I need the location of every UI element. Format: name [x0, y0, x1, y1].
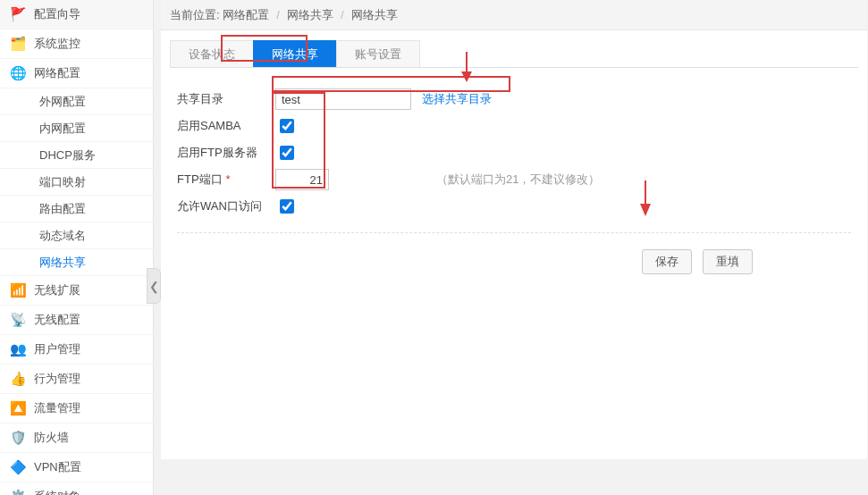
- sidebar-sub-label: 端口映射: [39, 174, 86, 190]
- wifi-icon: 📡: [11, 313, 25, 327]
- sidebar-sub-label: DHCP服务: [39, 147, 96, 164]
- sidebar-sub-label: 外网配置: [39, 94, 86, 110]
- main-panel: 当前位置: 网络配置 / 网络共享 / 网络共享 设备状态 网络共享 账号设置 …: [161, 0, 867, 495]
- sidebar-item-network-config[interactable]: 🌐 网络配置: [0, 59, 153, 88]
- allow-wan-checkbox[interactable]: [280, 199, 294, 214]
- sidebar-sub-label: 路由配置: [39, 201, 86, 217]
- sidebar-item-system-obj[interactable]: ⚙️ 系统对象: [0, 482, 153, 495]
- tab-label: 账号设置: [355, 46, 401, 63]
- sidebar-item-label: 防火墙: [34, 430, 69, 446]
- sidebar-sub-ddns[interactable]: 动态域名: [0, 222, 153, 249]
- sidebar-item-label: 无线配置: [34, 312, 80, 328]
- sidebar-item-config-wizard[interactable]: 🚩 配置向导: [0, 0, 153, 29]
- globe-icon: 🌐: [11, 66, 25, 80]
- save-button[interactable]: 保存: [642, 249, 692, 274]
- tab-device-status[interactable]: 设备状态: [170, 40, 254, 67]
- tab-bar: 设备状态 网络共享 账号设置: [170, 38, 858, 68]
- sidebar-sub-label: 动态域名: [39, 228, 86, 244]
- sidebar-sub-portmap[interactable]: 端口映射: [0, 169, 153, 196]
- sidebar-item-user-mgmt[interactable]: 👥 用户管理: [0, 335, 153, 365]
- sidebar-sub-routing[interactable]: 路由配置: [0, 196, 153, 222]
- sidebar-item-label: 行为管理: [34, 371, 80, 387]
- reset-button[interactable]: 重填: [703, 249, 753, 274]
- sidebar-sub-dhcp[interactable]: DHCP服务: [0, 142, 153, 169]
- sidebar: 🚩 配置向导 🗂️ 系统监控 🌐 网络配置 外网配置 内网配置 DHCP服务 端…: [0, 0, 154, 495]
- ftp-port-label: FTP端口*: [177, 172, 275, 188]
- sidebar-item-wireless-config[interactable]: 📡 无线配置: [0, 306, 153, 335]
- sidebar-item-label: 系统对象: [34, 489, 80, 495]
- sidebar-sub-lan[interactable]: 内网配置: [0, 115, 153, 142]
- enable-ftp-label: 启用FTP服务器: [177, 145, 275, 161]
- ftp-port-input[interactable]: [275, 169, 329, 190]
- antenna-icon: 📶: [11, 283, 25, 298]
- select-share-dir-link[interactable]: 选择共享目录: [422, 91, 492, 107]
- sidebar-item-label: VPN配置: [34, 459, 81, 475]
- sidebar-item-label: 系统监控: [34, 36, 80, 52]
- chevron-left-icon: ❮: [149, 280, 159, 293]
- sidebar-item-firewall[interactable]: 🛡️ 防火墙: [0, 424, 153, 453]
- sidebar-item-behavior-mgmt[interactable]: 👍 行为管理: [0, 365, 153, 394]
- breadcrumb: 当前位置: 网络配置 / 网络共享 / 网络共享: [161, 0, 867, 30]
- required-star: *: [226, 172, 231, 186]
- form-divider: [177, 232, 851, 233]
- sidebar-sub-wan[interactable]: 外网配置: [0, 88, 153, 115]
- traffic-icon: 🔼: [11, 401, 25, 415]
- tab-net-share[interactable]: 网络共享: [253, 40, 337, 67]
- sidebar-item-label: 流量管理: [34, 400, 80, 416]
- sidebar-item-label: 用户管理: [34, 341, 80, 357]
- share-dir-input[interactable]: [275, 88, 411, 110]
- sidebar-item-system-monitor[interactable]: 🗂️ 系统监控: [0, 29, 153, 59]
- sidebar-item-label: 配置向导: [34, 6, 80, 22]
- sidebar-item-vpn[interactable]: 🔷 VPN配置: [0, 453, 153, 482]
- thumb-icon: 👍: [11, 372, 25, 386]
- breadcrumb-prefix: 当前位置:: [170, 7, 220, 23]
- tab-label: 网络共享: [272, 46, 318, 63]
- users-icon: 👥: [11, 342, 25, 357]
- sidebar-item-label: 网络配置: [34, 65, 80, 81]
- enable-samba-checkbox[interactable]: [280, 119, 294, 133]
- gear-icon: ⚙️: [11, 490, 25, 495]
- shield-icon: 🛡️: [11, 431, 25, 445]
- tab-label: 设备状态: [189, 46, 235, 63]
- flag-icon: 🚩: [11, 7, 25, 21]
- content-area: 设备状态 网络共享 账号设置 共享目录 选择共享目录 启用SAMBA 启用FTP…: [161, 30, 867, 459]
- tab-account-settings[interactable]: 账号设置: [336, 40, 420, 67]
- share-form: 共享目录 选择共享目录 启用SAMBA 启用FTP服务器 FTP端口* （默认端…: [170, 68, 858, 292]
- sidebar-item-wireless-ext[interactable]: 📶 无线扩展: [0, 276, 153, 306]
- enable-ftp-checkbox[interactable]: [280, 146, 294, 160]
- sidebar-collapse-toggle[interactable]: ❮: [147, 268, 161, 304]
- breadcrumb-part: 网络共享: [351, 7, 398, 23]
- breadcrumb-sep: /: [341, 8, 344, 21]
- share-dir-label: 共享目录: [177, 91, 275, 107]
- breadcrumb-part[interactable]: 网络共享: [287, 7, 333, 23]
- allow-wan-label: 允许WAN口访问: [177, 198, 275, 214]
- breadcrumb-sep: /: [276, 8, 280, 21]
- sidebar-item-label: 无线扩展: [34, 282, 80, 298]
- sidebar-sub-label: 网络共享: [39, 255, 86, 271]
- form-buttons: 保存 重填: [642, 249, 851, 274]
- enable-samba-label: 启用SAMBA: [177, 118, 275, 134]
- vpn-icon: 🔷: [11, 460, 25, 474]
- sidebar-item-traffic-mgmt[interactable]: 🔼 流量管理: [0, 394, 153, 424]
- sidebar-sub-label: 内网配置: [39, 121, 86, 137]
- breadcrumb-part[interactable]: 网络配置: [223, 7, 269, 23]
- monitor-icon: 🗂️: [11, 37, 25, 51]
- ftp-port-hint: （默认端口为21，不建议修改）: [436, 172, 600, 188]
- sidebar-sub-netshare[interactable]: 网络共享: [0, 249, 153, 276]
